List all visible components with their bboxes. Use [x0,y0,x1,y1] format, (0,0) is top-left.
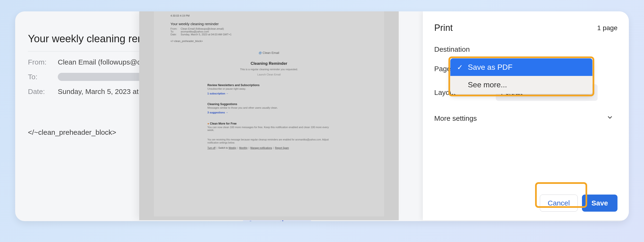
destination-option-label: See more... [468,80,507,89]
preview-from-label: From: [170,27,180,30]
destination-dropdown[interactable]: ✓ Save as PDF ✓ See more... [450,58,592,94]
destination-label: Destination [434,45,496,53]
preview-free-p: You can now clean 100 more messages for … [208,126,330,132]
preview-date-label: Date: [170,33,180,36]
preview-free-h-text: Clean More for Free [210,122,237,125]
preview-sec1-p: Unsubscribe or pause right away. [208,87,330,90]
to-label: To: [28,73,52,81]
preview-foot-weekly: Weekly [228,147,236,149]
preview-date-value: Sunday, March 5, 2023 at 04:03 AM GMT+1 [181,33,232,36]
from-label: From: [28,58,52,66]
print-preview-page: 4:30:03 4:19 PM Gmail - Your weekly clea… [154,11,384,216]
print-page-total: 1 page [597,24,618,32]
preview-fine-print: You are receiving this message because r… [208,138,330,144]
preview-body-cta: Launch Clean Email [208,73,330,76]
cancel-button[interactable]: Cancel [540,195,578,212]
chevron-down-icon [606,114,613,123]
preview-foot-turnoff: Turn off [208,147,216,149]
print-title: Print [434,23,453,33]
preview-brand: @ Clean Email [208,51,330,55]
preview-sec2-link: 3 suggestions → [208,111,330,114]
preview-foot-manage: Manage notifications [250,147,272,149]
preview-free-h: ● Clean More for Free [208,122,330,125]
preview-sec1-h: Review Newsletters and Subscriptions [208,83,330,87]
destination-option-label: Save as PDF [468,63,512,72]
preview-footer-links: Turn off | Switch to Weekly | Monthly | … [208,147,330,149]
more-settings-toggle[interactable]: More settings [434,114,618,123]
print-preview-panel: 4:30:03 4:19 PM Gmail - Your weekly clea… [139,11,399,220]
destination-option-save-as-pdf[interactable]: ✓ Save as PDF [450,58,592,76]
preview-sec2-h: Cleaning Suggestions [208,102,330,106]
date-label: Date: [28,87,52,96]
destination-option-see-more[interactable]: ✓ See more... [450,76,592,93]
preview-to-label: To: [170,30,180,33]
from-value: Clean Email (followups@cl [58,58,142,66]
preview-foot-report: Report Spam [275,147,289,149]
preview-to-value: aromantika@yahoo.com [181,30,209,33]
check-icon: ✓ [457,63,464,71]
more-settings-label: More settings [434,114,477,123]
preview-foot-monthly: Monthly [239,147,248,149]
preview-sec2-p: Messages similar to those you and other … [208,106,330,109]
to-value-redacted [58,73,143,81]
preview-body-title: Cleaning Reminder [208,61,330,66]
preview-timestamp: 4:30:03 4:19 PM [170,14,368,17]
preview-brand-text: Clean Email [262,51,279,55]
preview-from-value: Clean Email (followups@clean.email) [181,27,224,30]
preview-foot-switch: Switch to [218,147,228,149]
preview-preheader: </~clean_preheader_block> [170,40,368,43]
print-dialog: Print 1 page Destination Pages Layout Po… [423,11,629,220]
save-button[interactable]: Save [582,195,618,212]
app-window: Your weekly cleaning remi From: Clean Em… [15,11,629,221]
date-value: Sunday, March 5, 2023 at [58,87,138,96]
preview-body-sub: This is a regular cleaning reminder you … [208,68,330,71]
preview-sec1-link: 1 subscription → [208,92,330,95]
preview-subject: Your weekly cleaning reminder [170,22,368,26]
